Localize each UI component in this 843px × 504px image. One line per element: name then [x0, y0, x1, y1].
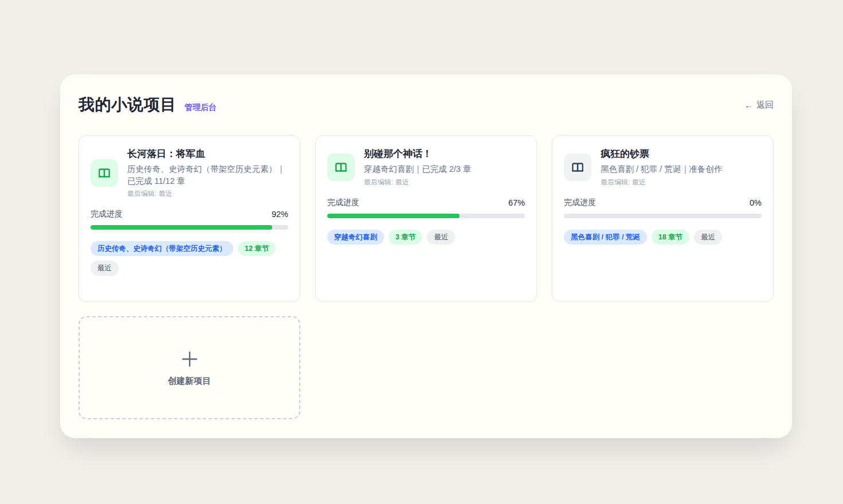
project-card[interactable]: 长河落日：将军血 历史传奇、史诗奇幻（带架空历史元素）｜已完成 11/12 章 … — [79, 135, 300, 302]
tag-pill: 最近 — [91, 261, 119, 275]
project-last-edited: 最后编辑: 最近 — [601, 178, 762, 187]
back-link[interactable]: ← 返回 — [744, 100, 774, 111]
tag-pill: 最近 — [427, 230, 455, 245]
card-header: 别碰那个神话！ 穿越奇幻喜剧｜已完成 2/3 章 最后编辑: 最近 — [327, 147, 525, 187]
project-last-edited: 最后编辑: 最近 — [364, 178, 525, 187]
admin-backend-link[interactable]: 管理后台 — [185, 103, 217, 113]
progress-label: 完成进度 — [327, 198, 359, 208]
project-tags: 黑色喜剧 / 犯罪 / 荒诞18 章节最近 — [564, 230, 762, 245]
back-link-label: 返回 — [756, 100, 774, 111]
project-subtitle: 历史传奇、史诗奇幻（带架空历史元素）｜已完成 11/12 章 — [127, 163, 288, 187]
book-icon — [91, 159, 118, 187]
book-icon — [327, 153, 355, 181]
tag-pill: 12 章节 — [238, 241, 276, 256]
project-subtitle: 穿越奇幻喜剧｜已完成 2/3 章 — [364, 163, 525, 175]
create-project-card[interactable]: 创建新项目 — [79, 316, 300, 419]
book-icon — [564, 153, 591, 181]
project-subtitle: 黑色喜剧 / 犯罪 / 荒诞｜准备创作 — [601, 163, 762, 175]
project-last-edited: 最后编辑: 最近 — [127, 189, 288, 199]
project-tags: 历史传奇、史诗奇幻（带架空历史元素）12 章节最近 — [91, 241, 288, 276]
progress-percent: 0% — [750, 198, 762, 207]
tag-pill: 穿越奇幻喜剧 — [327, 230, 384, 245]
project-title: 别碰那个神话！ — [364, 147, 525, 160]
tag-pill: 黑色喜剧 / 犯罪 / 荒诞 — [564, 230, 647, 245]
project-title: 疯狂的钞票 — [601, 147, 762, 160]
project-tags: 穿越奇幻喜剧3 章节最近 — [327, 230, 525, 245]
project-card[interactable]: 疯狂的钞票 黑色喜剧 / 犯罪 / 荒诞｜准备创作 最后编辑: 最近 完成进度 … — [552, 135, 774, 302]
create-project-label: 创建新项目 — [168, 376, 211, 387]
tag-pill: 最近 — [694, 230, 722, 245]
project-title: 长河落日：将军血 — [127, 147, 288, 160]
projects-panel: 我的小说项目 管理后台 ← 返回 长河落日：将军血 历史传奇、史诗奇幻（带架空历… — [60, 74, 792, 438]
progress-bar-fill — [91, 225, 272, 230]
back-arrow-icon: ← — [744, 100, 753, 110]
progress-label: 完成进度 — [564, 198, 596, 208]
card-header: 疯狂的钞票 黑色喜剧 / 犯罪 / 荒诞｜准备创作 最后编辑: 最近 — [564, 147, 762, 187]
plus-icon — [180, 349, 199, 369]
progress-percent: 67% — [508, 198, 525, 207]
panel-header: 我的小说项目 管理后台 ← 返回 — [79, 94, 774, 116]
tag-pill: 历史传奇、史诗奇幻（带架空历史元素） — [91, 241, 233, 256]
title-row: 我的小说项目 管理后台 — [79, 94, 217, 116]
project-card[interactable]: 别碰那个神话！ 穿越奇幻喜剧｜已完成 2/3 章 最后编辑: 最近 完成进度 6… — [315, 135, 537, 302]
progress-bar-track — [91, 225, 288, 230]
projects-grid: 长河落日：将军血 历史传奇、史诗奇幻（带架空历史元素）｜已完成 11/12 章 … — [79, 135, 774, 419]
progress-label: 完成进度 — [91, 209, 123, 219]
card-header: 长河落日：将军血 历史传奇、史诗奇幻（带架空历史元素）｜已完成 11/12 章 … — [91, 147, 288, 199]
progress-bar-track — [327, 214, 525, 218]
tag-pill: 3 章节 — [389, 230, 422, 245]
progress-percent: 92% — [272, 210, 288, 219]
progress-bar-track — [564, 214, 762, 218]
progress-bar-fill — [327, 214, 460, 218]
tag-pill: 18 章节 — [652, 230, 689, 245]
page-title: 我的小说项目 — [79, 94, 177, 116]
